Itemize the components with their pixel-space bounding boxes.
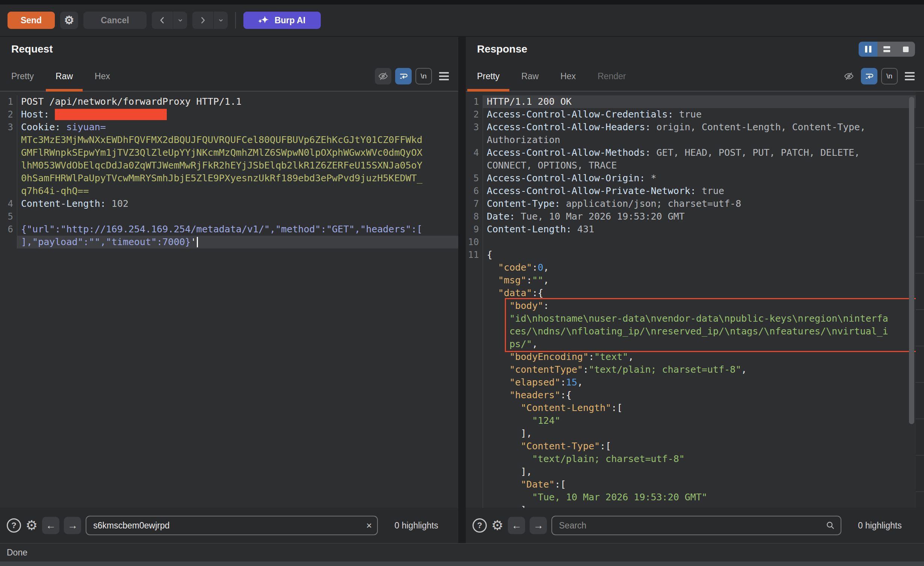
code-line[interactable]: "Content-Type":[ xyxy=(466,440,924,453)
request-search-prev-button[interactable]: ← xyxy=(42,517,59,534)
request-search-next-button[interactable]: → xyxy=(64,517,81,534)
code-line[interactable]: ces/\ndns/\nfloating_ip/\nreserved_ip/\n… xyxy=(466,325,924,338)
send-button[interactable]: Send xyxy=(8,12,55,29)
forward-history-dropdown[interactable] xyxy=(213,12,228,29)
code-segment: ],"payload":"","timeout":7000} xyxy=(21,236,191,247)
code-line[interactable]: 4Content-Length: 102 xyxy=(0,197,458,210)
hamburger-menu-icon xyxy=(439,72,449,80)
request-settings-button[interactable]: ⚙ xyxy=(60,12,78,29)
code-line[interactable]: ], xyxy=(466,427,924,440)
code-line[interactable]: 2Access-Control-Allow-Credentials: true xyxy=(466,108,924,121)
code-line[interactable]: 7Content-Type: application/json; charset… xyxy=(466,197,924,210)
code-segment: ' xyxy=(191,236,196,247)
help-icon[interactable]: ? xyxy=(7,518,21,533)
response-show-newlines-button[interactable]: \n xyxy=(881,68,898,84)
code-line[interactable]: 4Access-Control-Allow-Methods: GET, HEAD… xyxy=(466,146,924,159)
code-line[interactable]: "Content-Length":[ xyxy=(466,402,924,414)
code-line[interactable]: "msg":"", xyxy=(466,274,924,287)
code-segment: POST /api/network/forwardProxy HTTP/1.1 xyxy=(21,96,242,107)
back-history-dropdown[interactable] xyxy=(173,12,187,29)
search-settings-icon[interactable]: ⚙ xyxy=(26,519,38,532)
code-line[interactable]: 6{"url":"http://169.254.169.254/metadata… xyxy=(0,223,458,236)
tab-response-render[interactable]: Render xyxy=(598,62,626,91)
request-search-input[interactable] xyxy=(86,516,378,535)
request-editor-menu-button[interactable] xyxy=(436,68,452,84)
help-icon[interactable]: ? xyxy=(473,518,487,533)
layout-columns-button[interactable] xyxy=(859,42,877,57)
tab-response-raw[interactable]: Raw xyxy=(521,62,539,91)
response-word-wrap-button[interactable] xyxy=(861,68,877,84)
burp-ai-button[interactable]: ✦ ✦ Burp AI xyxy=(243,12,321,29)
code-line[interactable]: 3Access-Control-Allow-Headers: origin, C… xyxy=(466,121,924,134)
code-line[interactable]: "code":0, xyxy=(466,261,924,274)
code-line[interactable]: ], xyxy=(466,465,924,478)
code-line[interactable]: "id\nhostname\nuser-data\nvendor-data\np… xyxy=(466,312,924,325)
toolbar: Send ⚙ Cancel xyxy=(0,5,924,37)
code-line[interactable]: lhM053WVdObElqcDdJa0ZqWTJWemMwRjFkR2hEYj… xyxy=(0,159,458,172)
code-line[interactable]: ps/", xyxy=(466,338,924,351)
search-settings-icon[interactable]: ⚙ xyxy=(491,519,503,532)
back-button[interactable] xyxy=(152,12,173,29)
code-line[interactable]: GMFlRWnpkSEpwYm1jTVZ3QlZleUpYYjNKcmMzQmh… xyxy=(0,146,458,159)
code-line[interactable]: 10 xyxy=(466,236,924,248)
code-line[interactable]: q7h64i-qhQ== xyxy=(0,185,458,197)
code-line[interactable]: "data":{ xyxy=(466,287,924,300)
code-line[interactable]: "Date":[ xyxy=(466,478,924,491)
code-line[interactable]: Authorization xyxy=(466,134,924,146)
response-scrollbar-thumb[interactable] xyxy=(909,97,914,424)
code-line[interactable]: 1POST /api/network/forwardProxy HTTP/1.1 xyxy=(0,95,458,108)
code-line[interactable]: ],"payload":"","timeout":7000}' xyxy=(0,236,458,248)
request-editor[interactable]: 1POST /api/network/forwardProxy HTTP/1.1… xyxy=(0,92,458,508)
code-line[interactable]: "Tue, 10 Mar 2026 19:53:20 GMT" xyxy=(466,491,924,504)
line-number: 6 xyxy=(0,223,17,236)
response-search-prev-button[interactable]: ← xyxy=(508,517,525,534)
clear-search-icon[interactable]: × xyxy=(366,520,372,531)
tab-request-pretty[interactable]: Pretty xyxy=(11,62,34,91)
layout-single-button[interactable] xyxy=(896,42,915,57)
line-number xyxy=(466,414,483,427)
code-line[interactable]: CONNECT, OPTIONS, TRACE xyxy=(466,159,924,172)
code-line[interactable]: ] xyxy=(466,504,924,508)
request-show-newlines-button[interactable]: \n xyxy=(415,68,432,84)
request-word-wrap-button[interactable] xyxy=(395,68,412,84)
code-line[interactable]: 5 xyxy=(0,210,458,223)
code-line[interactable]: 0hSamFHRWlPaUpyTVcwMmRYSmhJbjE5ZlE9PXyes… xyxy=(0,172,458,185)
tab-request-hex[interactable]: Hex xyxy=(95,62,110,91)
code-segment xyxy=(487,364,509,375)
tab-request-raw[interactable]: Raw xyxy=(56,62,73,91)
response-search-next-button[interactable]: → xyxy=(530,517,547,534)
request-hide-nonprintable-button[interactable] xyxy=(375,68,391,84)
code-line[interactable]: "headers":{ xyxy=(466,389,924,402)
code-line[interactable]: 8Date: Tue, 10 Mar 2026 19:53:20 GMT xyxy=(466,210,924,223)
code-line[interactable]: "124" xyxy=(466,414,924,427)
tab-response-pretty[interactable]: Pretty xyxy=(477,62,500,91)
response-search-input[interactable] xyxy=(551,516,841,535)
code-line[interactable]: 2Host: xyxy=(0,108,458,121)
code-segment: "text/plain; charset=utf-8" xyxy=(589,364,741,375)
layout-stacked-button[interactable] xyxy=(877,42,896,57)
response-editor[interactable]: 1HTTP/1.1 200 OK2Access-Control-Allow-Cr… xyxy=(466,92,924,508)
line-number xyxy=(466,287,483,300)
code-line[interactable]: 9Content-Length: 431 xyxy=(466,223,924,236)
code-line[interactable]: 11{ xyxy=(466,248,924,261)
code-line[interactable]: 6Access-Control-Allow-Private-Network: t… xyxy=(466,185,924,197)
code-segment xyxy=(487,466,521,477)
tab-response-hex[interactable]: Hex xyxy=(560,62,576,91)
code-segment: :[ xyxy=(555,479,566,490)
code-line[interactable]: "text/plain; charset=utf-8" xyxy=(466,453,924,465)
forward-button[interactable] xyxy=(192,12,213,29)
code-line[interactable]: "body": xyxy=(466,300,924,312)
search-magnifier-icon[interactable] xyxy=(826,521,835,530)
code-line[interactable]: 5Access-Control-Allow-Origin: * xyxy=(466,172,924,185)
code-line[interactable]: 1HTTP/1.1 200 OK xyxy=(466,95,924,108)
code-line[interactable]: "contentType":"text/plain; charset=utf-8… xyxy=(466,363,924,376)
cancel-button[interactable]: Cancel xyxy=(83,12,146,29)
line-number: 5 xyxy=(0,210,17,223)
response-editor-menu-button[interactable] xyxy=(901,68,918,84)
code-line[interactable]: "bodyEncoding":"text", xyxy=(466,351,924,363)
code-line[interactable]: 3Cookie: siyuan= xyxy=(0,121,458,134)
response-hide-nonprintable-button[interactable] xyxy=(841,68,857,84)
code-line[interactable]: MTc3MzE3MjMwNXxEWDhFQVFMX2dBQUJFQUVRQUFC… xyxy=(0,134,458,146)
code-line[interactable]: "elapsed":15, xyxy=(466,376,924,389)
line-number xyxy=(466,300,483,312)
